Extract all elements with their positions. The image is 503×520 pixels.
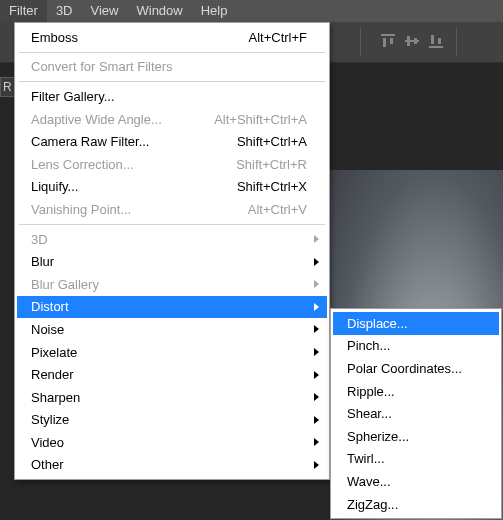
- filter-dropdown: Emboss Alt+Ctrl+F Convert for Smart Filt…: [14, 22, 330, 480]
- menuitem-label: Twirl...: [347, 451, 479, 466]
- submenu-arrow-icon: [314, 348, 319, 356]
- menuitem-shortcut: Shift+Ctrl+A: [237, 134, 307, 149]
- menuitem-polar-coordinates[interactable]: Polar Coordinates...: [333, 357, 499, 380]
- menu-view[interactable]: View: [82, 0, 128, 22]
- menuitem-twirl[interactable]: Twirl...: [333, 448, 499, 471]
- menuitem-label: Pixelate: [31, 345, 307, 360]
- menuitem-pinch[interactable]: Pinch...: [333, 335, 499, 358]
- svg-rect-0: [381, 34, 395, 36]
- menuitem-label: Vanishing Point...: [31, 202, 248, 217]
- menuitem-liquify[interactable]: Liquify... Shift+Ctrl+X: [17, 176, 327, 199]
- submenu-arrow-icon: [314, 303, 319, 311]
- menuitem-blur[interactable]: Blur: [17, 250, 327, 273]
- submenu-arrow-icon: [314, 235, 319, 243]
- submenu-arrow-icon: [314, 325, 319, 333]
- menuitem-label: Render: [31, 367, 307, 382]
- menu-window[interactable]: Window: [127, 0, 191, 22]
- menuitem-label: Pinch...: [347, 338, 479, 353]
- menu-help[interactable]: Help: [192, 0, 237, 22]
- toolbar-separator: [456, 28, 457, 56]
- submenu-arrow-icon: [314, 258, 319, 266]
- svg-rect-1: [383, 38, 386, 47]
- menuitem-pixelate[interactable]: Pixelate: [17, 341, 327, 364]
- menuitem-render[interactable]: Render: [17, 363, 327, 386]
- menuitem-shortcut: Alt+Ctrl+F: [248, 30, 307, 45]
- menu-separator: [19, 81, 325, 82]
- menu-3d[interactable]: 3D: [47, 0, 82, 22]
- menuitem-label: Stylize: [31, 412, 307, 427]
- svg-rect-7: [431, 35, 434, 44]
- menuitem-label: Filter Gallery...: [31, 89, 307, 104]
- menuitem-last-filter[interactable]: Emboss Alt+Ctrl+F: [17, 26, 327, 49]
- menuitem-adaptive-wide-angle: Adaptive Wide Angle... Alt+Shift+Ctrl+A: [17, 108, 327, 131]
- submenu-arrow-icon: [314, 393, 319, 401]
- menu-filter[interactable]: Filter: [0, 0, 47, 22]
- menuitem-displace[interactable]: Displace...: [333, 312, 499, 335]
- submenu-arrow-icon: [314, 438, 319, 446]
- menuitem-label: Ripple...: [347, 384, 479, 399]
- menuitem-label: Noise: [31, 322, 307, 337]
- svg-rect-6: [429, 46, 443, 48]
- panel-tab-letter: R: [3, 80, 12, 94]
- svg-rect-4: [407, 36, 410, 46]
- menuitem-label: Displace...: [347, 316, 479, 331]
- submenu-arrow-icon: [314, 461, 319, 469]
- menuitem-shortcut: Shift+Ctrl+X: [237, 179, 307, 194]
- menuitem-ripple[interactable]: Ripple...: [333, 380, 499, 403]
- menuitem-3d: 3D: [17, 228, 327, 251]
- menuitem-spherize[interactable]: Spherize...: [333, 425, 499, 448]
- menuitem-wave[interactable]: Wave...: [333, 470, 499, 493]
- menuitem-label: Wave...: [347, 474, 479, 489]
- menuitem-label: Convert for Smart Filters: [31, 59, 307, 74]
- menuitem-video[interactable]: Video: [17, 431, 327, 454]
- menuitem-label: Liquify...: [31, 179, 237, 194]
- menuitem-filter-gallery[interactable]: Filter Gallery...: [17, 85, 327, 108]
- menuitem-label: Lens Correction...: [31, 157, 236, 172]
- menuitem-label: 3D: [31, 232, 307, 247]
- menuitem-zigzag[interactable]: ZigZag...: [333, 493, 499, 516]
- menu-separator: [19, 52, 325, 53]
- menubar: Filter 3D View Window Help: [0, 0, 503, 22]
- menuitem-label: Camera Raw Filter...: [31, 134, 237, 149]
- svg-rect-5: [414, 38, 417, 44]
- menuitem-shortcut: Alt+Shift+Ctrl+A: [214, 112, 307, 127]
- menuitem-blur-gallery: Blur Gallery: [17, 273, 327, 296]
- menuitem-stylize[interactable]: Stylize: [17, 409, 327, 432]
- menuitem-label: Polar Coordinates...: [347, 361, 479, 376]
- menuitem-label: Shear...: [347, 406, 479, 421]
- menuitem-label: Adaptive Wide Angle...: [31, 112, 214, 127]
- menuitem-label: Video: [31, 435, 307, 450]
- distort-submenu: Displace... Pinch... Polar Coordinates..…: [330, 308, 502, 519]
- menuitem-label: Spherize...: [347, 429, 479, 444]
- svg-rect-8: [438, 38, 441, 44]
- menuitem-label: Distort: [31, 299, 307, 314]
- align-vcenter-icon: [404, 33, 420, 49]
- menuitem-sharpen[interactable]: Sharpen: [17, 386, 327, 409]
- submenu-arrow-icon: [314, 416, 319, 424]
- submenu-arrow-icon: [314, 280, 319, 288]
- menuitem-label: Blur Gallery: [31, 277, 307, 292]
- menuitem-camera-raw-filter[interactable]: Camera Raw Filter... Shift+Ctrl+A: [17, 130, 327, 153]
- menu-separator: [19, 224, 325, 225]
- svg-rect-2: [390, 38, 393, 44]
- align-bottom-icon: [428, 33, 444, 49]
- menuitem-label: Sharpen: [31, 390, 307, 405]
- menuitem-lens-correction: Lens Correction... Shift+Ctrl+R: [17, 153, 327, 176]
- toolbar-separator: [360, 28, 361, 56]
- menuitem-label: Blur: [31, 254, 307, 269]
- menuitem-noise[interactable]: Noise: [17, 318, 327, 341]
- submenu-arrow-icon: [314, 371, 319, 379]
- menuitem-label: ZigZag...: [347, 497, 479, 512]
- menuitem-shear[interactable]: Shear...: [333, 402, 499, 425]
- menuitem-label: Other: [31, 457, 307, 472]
- menuitem-distort[interactable]: Distort: [17, 296, 327, 319]
- menuitem-shortcut: Alt+Ctrl+V: [248, 202, 307, 217]
- menuitem-convert-smart-filters: Convert for Smart Filters: [17, 56, 327, 79]
- menuitem-vanishing-point: Vanishing Point... Alt+Ctrl+V: [17, 198, 327, 221]
- align-top-icon: [380, 33, 396, 49]
- menuitem-shortcut: Shift+Ctrl+R: [236, 157, 307, 172]
- menuitem-label: Emboss: [31, 30, 248, 45]
- menuitem-other[interactable]: Other: [17, 454, 327, 477]
